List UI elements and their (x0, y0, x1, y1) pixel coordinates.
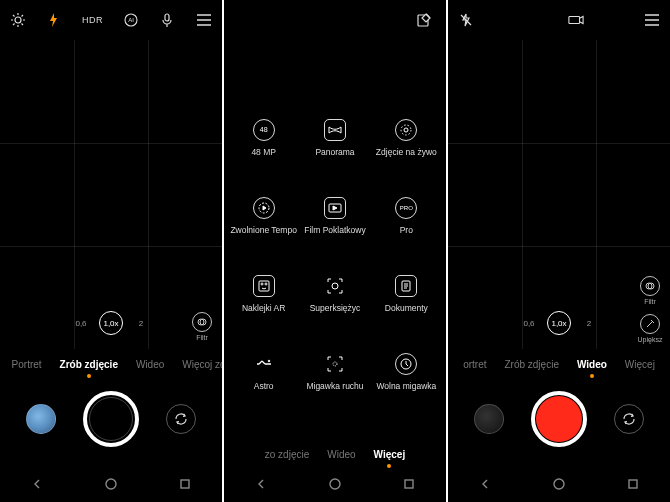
hamburger-icon[interactable] (644, 12, 660, 28)
phone-photo: HDR AI (0, 0, 222, 502)
zoom-row: 0,6 1,0x 2 (517, 311, 601, 335)
mode-wideo[interactable]: Wideo (136, 359, 164, 370)
more-pro[interactable]: PROPro (371, 180, 442, 252)
topbar: HDR AI (0, 0, 222, 40)
edit-icon[interactable] (416, 12, 432, 28)
svg-rect-26 (629, 480, 637, 488)
filter-button[interactable]: Filtr (636, 276, 664, 305)
hdr-button[interactable]: HDR (82, 15, 103, 25)
mode-selector: Noc Portret Zrób zdjęcie Wideo Więcoj zd… (0, 349, 222, 376)
navbar (448, 466, 670, 502)
flash-off-icon[interactable] (458, 12, 474, 28)
mode-zdjecie[interactable]: zo zdjęcie (265, 449, 309, 460)
mode-zrob[interactable]: Zrób zdjęcie (60, 359, 118, 370)
settings-icon[interactable] (568, 12, 584, 28)
svg-rect-22 (569, 16, 580, 23)
more-grid: 4848 MP Panorama Zdjęcie na żywo Zwolnio… (224, 40, 446, 439)
mode-zrob[interactable]: Zrób zdjęcie (504, 359, 558, 370)
nav-back[interactable] (28, 475, 46, 493)
svg-point-8 (404, 128, 408, 132)
mode-selector: zo zdjęcie Wideo Więcej (224, 439, 446, 466)
viewfinder[interactable]: 0,6 1,0x 2 Filtr Upiększ (448, 40, 670, 349)
more-docs[interactable]: Dokumenty (371, 258, 442, 330)
more-moon[interactable]: Superksiężyc (299, 258, 370, 330)
svg-point-0 (15, 17, 21, 23)
navbar (224, 466, 446, 502)
nav-back[interactable] (252, 475, 270, 493)
mode-wiecej[interactable]: Więcoj zdjęcie (182, 359, 222, 370)
shutter-row (448, 376, 670, 466)
zoom-wide[interactable]: 0,6 (517, 311, 541, 335)
filter-button[interactable]: Filtr (188, 312, 216, 341)
shutter-row (0, 376, 222, 466)
shutter-button[interactable] (83, 391, 139, 447)
mode-wiecej[interactable]: Więcej (374, 449, 406, 460)
zoom-tele[interactable]: 2 (129, 311, 153, 335)
phone-more: 4848 MP Panorama Zdjęcie na żywo Zwolnio… (224, 0, 446, 502)
switch-camera-button[interactable] (614, 404, 644, 434)
svg-rect-21 (405, 480, 413, 488)
nav-back[interactable] (476, 475, 494, 493)
gallery-thumb[interactable] (26, 404, 56, 434)
svg-point-9 (401, 125, 411, 135)
mode-portret[interactable]: ortret (463, 359, 486, 370)
zoom-wide[interactable]: 0,6 (69, 311, 93, 335)
more-astro[interactable]: Astro (228, 336, 299, 408)
topbar (224, 0, 446, 40)
navbar (0, 466, 222, 502)
beauty-button[interactable]: Upiększ (636, 314, 664, 343)
more-longexp[interactable]: Wolna migawka (371, 336, 442, 408)
viewfinder[interactable]: 0,6 1,0x 2 Filtr (0, 40, 222, 349)
flash-icon[interactable] (46, 12, 62, 28)
mode-wideo[interactable]: Wideo (327, 449, 355, 460)
nav-recent[interactable] (400, 475, 418, 493)
phone-video: 0,6 1,0x 2 Filtr Upiększ ortret Zrób zdj… (448, 0, 670, 502)
nav-home[interactable] (550, 475, 568, 493)
zoom-main[interactable]: 1,0x (99, 311, 123, 335)
nav-home[interactable] (102, 475, 120, 493)
svg-rect-12 (259, 281, 269, 291)
ai-button[interactable]: AI (123, 12, 139, 28)
zoom-tele[interactable]: 2 (577, 311, 601, 335)
svg-point-25 (554, 479, 564, 489)
svg-point-15 (332, 283, 338, 289)
more-48mp[interactable]: 4848 MP (228, 102, 299, 174)
svg-rect-2 (165, 14, 169, 21)
mode-wiecej[interactable]: Więcej (625, 359, 655, 370)
svg-point-13 (261, 283, 263, 285)
switch-camera-button[interactable] (166, 404, 196, 434)
more-timelapse[interactable]: Film Poklatkowy (299, 180, 370, 252)
svg-point-5 (106, 479, 116, 489)
record-button[interactable] (531, 391, 587, 447)
zoom-row: 0,6 1,0x 2 (69, 311, 153, 335)
mode-portret[interactable]: Portret (12, 359, 42, 370)
svg-point-18 (333, 362, 337, 366)
more-motion[interactable]: Migawka ruchu (299, 336, 370, 408)
nav-home[interactable] (326, 475, 344, 493)
voice-icon[interactable] (159, 12, 175, 28)
svg-rect-6 (181, 480, 189, 488)
svg-point-14 (265, 283, 267, 285)
svg-point-17 (268, 360, 270, 362)
topbar (448, 0, 670, 40)
macro-icon[interactable] (10, 12, 26, 28)
svg-point-20 (330, 479, 340, 489)
gallery-thumb[interactable] (474, 404, 504, 434)
hamburger-icon[interactable] (196, 12, 212, 28)
more-live[interactable]: Zdjęcie na żywo (371, 102, 442, 174)
more-ar[interactable]: Naklejki AR (228, 258, 299, 330)
more-slowmo[interactable]: Zwolnione Tempo (228, 180, 299, 252)
mode-selector: ortret Zrób zdjęcie Wideo Więcej (448, 349, 670, 376)
nav-recent[interactable] (624, 475, 642, 493)
zoom-main[interactable]: 1,0x (547, 311, 571, 335)
nav-recent[interactable] (176, 475, 194, 493)
mode-wideo[interactable]: Wideo (577, 359, 607, 370)
grid-overlay (0, 40, 222, 349)
more-panorama[interactable]: Panorama (299, 102, 370, 174)
